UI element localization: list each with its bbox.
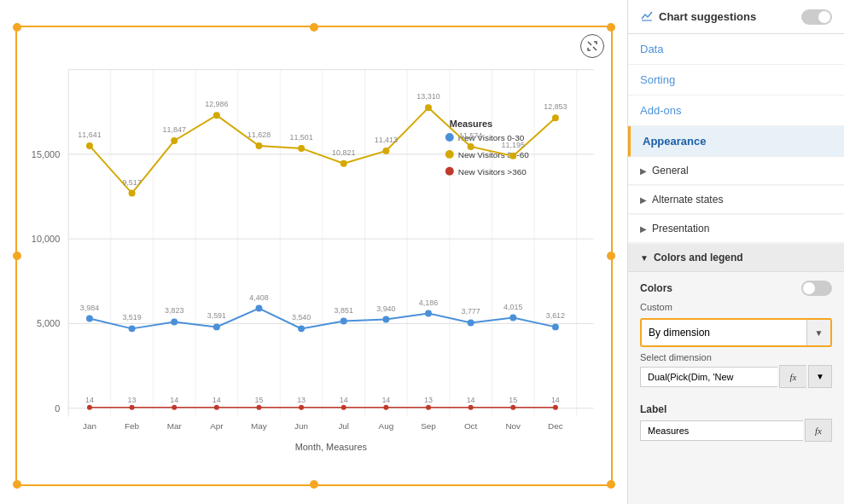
svg-point-47 <box>298 145 305 152</box>
svg-point-66 <box>85 315 92 322</box>
handle-bm[interactable] <box>310 480 318 489</box>
accordion-presentation-header[interactable]: ▶ Presentation <box>628 215 844 243</box>
accordion-general-header[interactable]: ▶ General <box>628 157 844 185</box>
svg-point-39 <box>445 167 453 176</box>
chart-suggestions-title: Chart suggestions <box>659 10 756 23</box>
svg-text:3,540: 3,540 <box>291 313 310 322</box>
label-section: Label fx <box>628 397 844 449</box>
svg-text:13: 13 <box>424 396 433 404</box>
resize-handle[interactable] <box>580 34 604 58</box>
svg-text:15,000: 15,000 <box>31 149 59 159</box>
svg-text:Oct: Oct <box>463 421 477 431</box>
chart-container[interactable]: 0 5,000 10,000 15,000 Jan Feb Mar Apr Ma… <box>15 26 613 486</box>
svg-text:12,853: 12,853 <box>544 102 567 111</box>
svg-text:4,186: 4,186 <box>418 298 437 307</box>
svg-text:Apr: Apr <box>210 421 224 431</box>
label-title: Label <box>640 403 832 415</box>
label-input-row: fx <box>640 419 832 442</box>
custom-label: Custom <box>640 302 672 312</box>
dropdown-arrow-button[interactable]: ▼ <box>806 320 830 345</box>
svg-text:11,847: 11,847 <box>162 125 185 134</box>
accordion-colors-legend-header[interactable]: ▼ Colors and legend <box>628 244 844 272</box>
svg-text:14: 14 <box>466 396 474 404</box>
svg-text:3,519: 3,519 <box>122 313 141 322</box>
svg-text:5,000: 5,000 <box>36 318 59 328</box>
svg-point-73 <box>382 316 389 322</box>
svg-point-100 <box>510 405 515 410</box>
panel-header-left: Chart suggestions <box>640 9 756 25</box>
dimension-arrow-button[interactable]: ▼ <box>808 365 832 388</box>
nav-item-sorting[interactable]: Sorting <box>628 65 844 96</box>
svg-point-75 <box>467 319 474 326</box>
svg-text:Measures: Measures <box>449 119 492 129</box>
svg-point-95 <box>299 405 304 410</box>
svg-text:3,591: 3,591 <box>207 311 225 320</box>
handle-tr[interactable] <box>607 23 615 32</box>
svg-text:0: 0 <box>55 403 60 414</box>
accordion-presentation: ▶ Presentation <box>628 215 844 243</box>
dropdown-row: By dimension ▼ <box>642 320 830 345</box>
svg-point-37 <box>445 150 453 159</box>
fx-button[interactable]: fx <box>779 365 806 388</box>
svg-text:Feb: Feb <box>125 421 140 431</box>
select-dimension-row: fx ▼ <box>640 365 832 388</box>
svg-text:3,612: 3,612 <box>545 311 564 320</box>
svg-point-90 <box>86 405 91 410</box>
svg-text:14: 14 <box>84 396 93 404</box>
svg-point-92 <box>172 405 177 410</box>
svg-text:13: 13 <box>127 396 136 404</box>
select-dimension-input[interactable] <box>640 367 777 387</box>
nav-item-addons[interactable]: Add-ons <box>628 96 844 126</box>
handle-bl[interactable] <box>13 480 21 489</box>
svg-text:Dec: Dec <box>548 421 563 431</box>
alternate-states-label: Alternate states <box>652 194 723 206</box>
svg-point-42 <box>85 142 92 149</box>
svg-text:10,000: 10,000 <box>31 234 59 244</box>
colors-row: Colors <box>640 281 832 296</box>
panel-header: Chart suggestions <box>628 0 844 34</box>
svg-point-97 <box>383 405 388 410</box>
svg-text:11,501: 11,501 <box>289 133 312 142</box>
handle-tl[interactable] <box>13 23 21 32</box>
accordion-alternate-states-header[interactable]: ▶ Alternate states <box>628 186 844 214</box>
by-dimension-select[interactable]: By dimension <box>642 322 806 344</box>
svg-text:4,015: 4,015 <box>503 303 522 311</box>
handle-br[interactable] <box>607 480 615 489</box>
svg-point-98 <box>426 405 431 410</box>
chart-suggestions-toggle[interactable] <box>801 9 832 25</box>
colors-toggle-knob <box>803 282 815 294</box>
svg-text:13,310: 13,310 <box>416 92 439 101</box>
svg-point-72 <box>340 317 346 324</box>
svg-text:15: 15 <box>254 396 263 404</box>
svg-text:Jun: Jun <box>294 421 308 431</box>
svg-text:14: 14 <box>212 396 220 404</box>
handle-mr[interactable] <box>607 252 615 260</box>
svg-point-91 <box>129 405 134 410</box>
svg-point-48 <box>340 160 346 167</box>
toggle-knob <box>818 11 830 23</box>
select-dimension-label: Select dimension <box>640 352 832 362</box>
svg-text:11,574: 11,574 <box>458 131 481 140</box>
svg-text:Jul: Jul <box>338 421 349 431</box>
label-input[interactable] <box>640 420 803 441</box>
accordion-alternate-states: ▶ Alternate states <box>628 186 844 214</box>
by-dimension-dropdown-container: By dimension ▼ <box>640 318 832 347</box>
svg-text:14: 14 <box>339 396 347 404</box>
presentation-label: Presentation <box>652 223 709 235</box>
chevron-down-icon: ▼ <box>640 253 649 263</box>
label-fx-button[interactable]: fx <box>805 419 832 442</box>
svg-text:3,940: 3,940 <box>376 304 395 313</box>
svg-text:3,984: 3,984 <box>79 304 98 312</box>
handle-tm[interactable] <box>310 23 318 32</box>
svg-text:13: 13 <box>297 396 306 404</box>
svg-text:Aug: Aug <box>378 421 393 431</box>
svg-point-44 <box>171 137 178 144</box>
nav-item-data[interactable]: Data <box>628 34 844 65</box>
nav-item-appearance[interactable]: Appearance <box>628 126 844 157</box>
colors-toggle[interactable] <box>801 281 832 296</box>
svg-point-69 <box>212 323 219 330</box>
chevron-right-icon-3: ▶ <box>640 224 647 234</box>
handle-ml[interactable] <box>13 252 21 260</box>
accordion-colors-legend: ▼ Colors and legend Colors Custom By dim… <box>628 244 844 397</box>
svg-point-50 <box>425 104 432 111</box>
